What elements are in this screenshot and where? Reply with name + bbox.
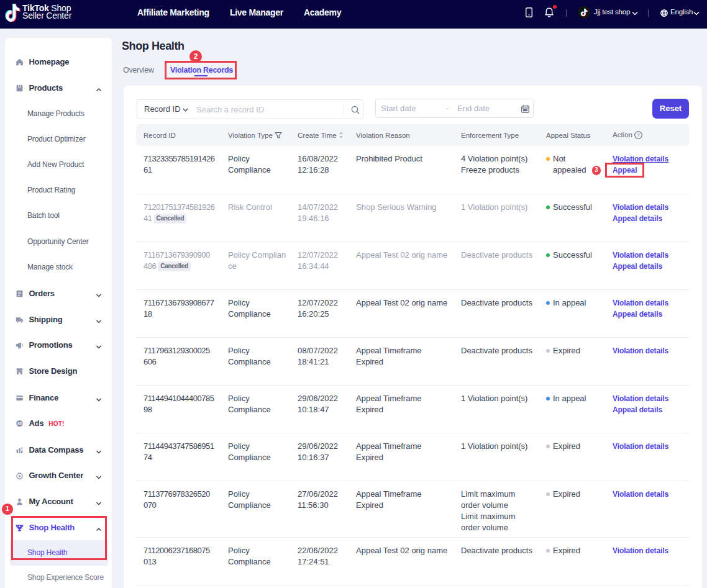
svg-text:?: ? xyxy=(637,132,640,138)
svg-text:AD: AD xyxy=(17,422,22,425)
